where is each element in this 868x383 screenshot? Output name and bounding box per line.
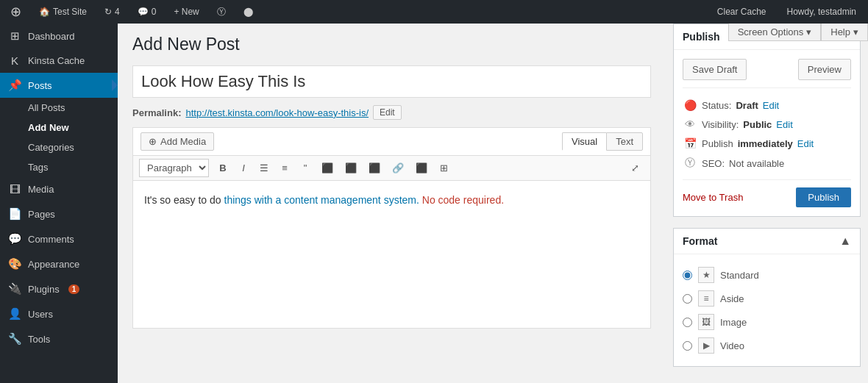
link-button[interactable]: 🔗 bbox=[387, 160, 409, 176]
revisions-icon: ↻ bbox=[104, 7, 112, 17]
format-metabox: Format ▲ ★Standard≡Aside🖼Image▶Video bbox=[673, 228, 861, 367]
sidebar-item-comments[interactable]: 💬 Comments bbox=[0, 226, 118, 251]
page-title: Add New Post bbox=[132, 35, 651, 54]
post-title-input[interactable] bbox=[132, 65, 651, 98]
preview-button[interactable]: Preview bbox=[798, 59, 851, 80]
editor-top-bar: ⊕ Add Media Visual Text bbox=[133, 128, 650, 156]
permalink-url[interactable]: http://test.kinsta.com/look-how-easy-thi… bbox=[185, 107, 369, 118]
format-label-image: Image bbox=[720, 317, 747, 328]
publish-time-row: 📅 Publish immediately Edit bbox=[683, 134, 851, 153]
yoast-item[interactable]: Ⓨ bbox=[213, 0, 230, 24]
ordered-list-button[interactable]: ≡ bbox=[275, 160, 294, 176]
sidebar-sub-all-posts[interactable]: All Posts bbox=[0, 98, 118, 118]
add-media-label: Add Media bbox=[160, 136, 206, 147]
table-button[interactable]: ⊞ bbox=[434, 160, 453, 176]
sidebar-sub-tags[interactable]: Tags bbox=[0, 157, 118, 177]
layout: ⊞ Dashboard K Kinsta Cache 📌 Posts All P… bbox=[0, 24, 868, 383]
comments-count: 0 bbox=[152, 7, 157, 17]
sidebar-label-dashboard: Dashboard bbox=[28, 31, 75, 42]
sidebar-label-media: Media bbox=[28, 184, 54, 195]
indent-button[interactable]: ⬛ bbox=[410, 160, 433, 176]
comments-icon: 💬 bbox=[138, 7, 149, 17]
align-right-button[interactable]: ⬛ bbox=[363, 160, 385, 176]
sidebar-label-appearance: Appearance bbox=[28, 259, 79, 270]
blockquote-button[interactable]: " bbox=[296, 160, 315, 176]
content-red-text: No code required. bbox=[419, 194, 504, 206]
fullscreen-button[interactable]: ⤢ bbox=[626, 160, 644, 176]
publish-btn-label: Publish bbox=[808, 192, 839, 203]
editor-content[interactable]: It's so easy to do things with a content… bbox=[133, 181, 650, 328]
right-sidebar: Publish ▲ Save Draft Preview 🔴 Status: bbox=[666, 24, 868, 383]
revisions-item[interactable]: ↻ 4 bbox=[100, 0, 124, 24]
screen-options-button[interactable]: Screen Options ▾ bbox=[728, 24, 822, 41]
sidebar-item-posts[interactable]: 📌 Posts bbox=[0, 73, 118, 98]
format-metabox-header: Format ▲ bbox=[674, 229, 860, 254]
site-name-item[interactable]: 🏠 Test Site bbox=[35, 0, 91, 24]
add-media-button[interactable]: ⊕ Add Media bbox=[140, 132, 214, 151]
screen-options-chevron-icon: ▾ bbox=[806, 26, 811, 37]
sidebar-item-dashboard[interactable]: ⊞ Dashboard bbox=[0, 24, 118, 49]
appearance-icon: 🎨 bbox=[7, 257, 22, 271]
help-chevron-icon: ▾ bbox=[853, 26, 858, 37]
screen-options-label: Screen Options bbox=[738, 26, 804, 37]
screen-options-area: Screen Options ▾ Help ▾ bbox=[728, 24, 868, 41]
help-button[interactable]: Help ▾ bbox=[821, 24, 868, 41]
publish-metabox-title: Publish bbox=[683, 31, 720, 43]
format-metabox-title: Format bbox=[683, 235, 717, 247]
text-tab-label: Text bbox=[616, 136, 633, 147]
user-avatar-item[interactable]: ⬤ bbox=[239, 0, 257, 24]
permalink-row: Permalink: http://test.kinsta.com/look-h… bbox=[132, 105, 651, 120]
sidebar-label-posts: Posts bbox=[28, 80, 52, 91]
status-label: Status: bbox=[702, 100, 731, 111]
calendar-icon: 📅 bbox=[683, 137, 697, 149]
tools-icon: 🔧 bbox=[7, 332, 22, 346]
visibility-row: 👁 Visibility: Public Edit bbox=[683, 115, 851, 134]
sidebar-item-tools[interactable]: 🔧 Tools bbox=[0, 326, 118, 351]
visual-tab[interactable]: Visual bbox=[562, 132, 606, 151]
save-draft-button[interactable]: Save Draft bbox=[683, 59, 747, 80]
sidebar-item-media[interactable]: 🎞 Media bbox=[0, 177, 118, 201]
sidebar-item-pages[interactable]: 📄 Pages bbox=[0, 201, 118, 226]
clear-cache-item[interactable]: Clear Cache bbox=[711, 0, 772, 24]
editor-view-tabs: Visual Text bbox=[562, 132, 643, 151]
bold-button[interactable]: B bbox=[213, 160, 232, 176]
move-to-trash-link[interactable]: Move to Trash bbox=[683, 192, 743, 203]
align-left-button[interactable]: ⬛ bbox=[316, 160, 338, 176]
comments-nav-icon: 💬 bbox=[7, 232, 22, 246]
wp-logo-item[interactable]: ⊕ bbox=[6, 0, 26, 24]
italic-button[interactable]: I bbox=[234, 160, 253, 176]
format-radio-aside[interactable] bbox=[683, 294, 692, 304]
publish-button[interactable]: Publish bbox=[796, 187, 851, 207]
sidebar-item-kinsta[interactable]: K Kinsta Cache bbox=[0, 49, 118, 73]
revision-count: 4 bbox=[115, 7, 120, 17]
paragraph-select[interactable]: Paragraph bbox=[139, 159, 209, 177]
format-radio-standard[interactable] bbox=[683, 271, 692, 280]
format-icon-image: 🖼 bbox=[698, 314, 714, 330]
publish-time-value: immediately bbox=[738, 138, 793, 149]
sidebar-item-plugins[interactable]: 🔌 Plugins 1 bbox=[0, 276, 118, 301]
unordered-list-button[interactable]: ☰ bbox=[255, 160, 274, 176]
sidebar-label-plugins: Plugins bbox=[28, 284, 60, 295]
publish-metabox-body: Save Draft Preview 🔴 Status: Draft Edit … bbox=[674, 50, 860, 216]
sidebar-item-users[interactable]: 👤 Users bbox=[0, 301, 118, 326]
sidebar-sub-categories[interactable]: Categories bbox=[0, 137, 118, 157]
sidebar-item-appearance[interactable]: 🎨 Appearance bbox=[0, 251, 118, 276]
align-center-button[interactable]: ⬛ bbox=[340, 160, 362, 176]
howdy-label: Howdy, testadmin bbox=[787, 7, 856, 17]
tags-label: Tags bbox=[28, 162, 48, 173]
format-radio-image[interactable] bbox=[683, 318, 692, 327]
format-metabox-toggle[interactable]: ▲ bbox=[839, 235, 851, 248]
visibility-edit-link[interactable]: Edit bbox=[776, 119, 792, 130]
publish-time-edit-link[interactable]: Edit bbox=[797, 138, 814, 149]
all-posts-label: All Posts bbox=[28, 102, 65, 113]
text-tab[interactable]: Text bbox=[606, 132, 643, 151]
status-edit-link[interactable]: Edit bbox=[763, 100, 779, 111]
comments-item[interactable]: 💬 0 bbox=[133, 0, 161, 24]
users-icon: 👤 bbox=[7, 307, 22, 321]
format-radio-video[interactable] bbox=[683, 341, 692, 351]
new-item[interactable]: + New bbox=[169, 0, 203, 24]
format-option-aside: ≡Aside bbox=[683, 287, 851, 310]
howdy-item[interactable]: Howdy, testadmin bbox=[781, 0, 862, 24]
permalink-edit-button[interactable]: Edit bbox=[373, 105, 402, 120]
sidebar-sub-add-new[interactable]: Add New bbox=[0, 118, 118, 137]
